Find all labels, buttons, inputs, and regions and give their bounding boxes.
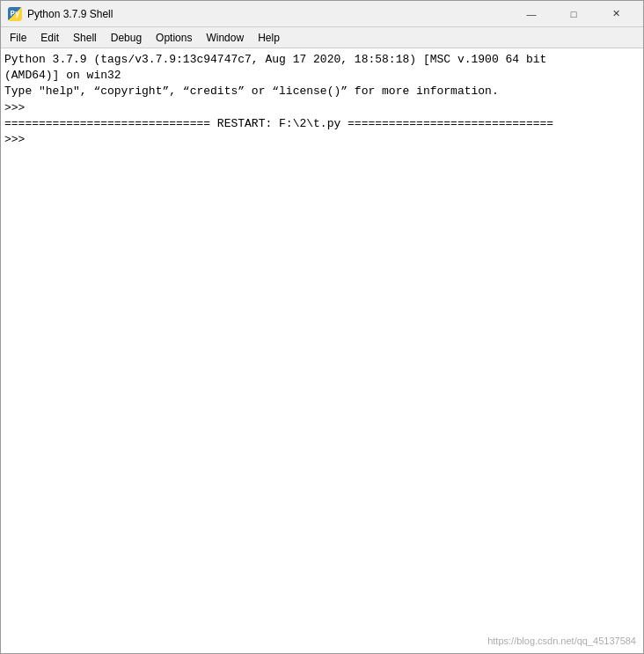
menu-debug[interactable]: Debug — [104, 27, 149, 48]
watermark: https://blog.csdn.net/qq_45137584 — [487, 636, 636, 646]
menu-shell[interactable]: Shell — [66, 27, 104, 48]
menu-help[interactable]: Help — [251, 27, 287, 48]
menu-bar: File Edit Shell Debug Options Window Hel… — [1, 27, 643, 48]
shell-content[interactable]: Python 3.7.9 (tags/v3.7.9:13c94747c7, Au… — [1, 48, 643, 653]
minimize-button[interactable]: — — [511, 1, 552, 27]
menu-edit[interactable]: Edit — [33, 27, 66, 48]
python-logo: Py — [8, 7, 22, 21]
prompt-line1: >>> — [4, 100, 640, 116]
window-title: Python 3.7.9 Shell — [27, 8, 511, 20]
menu-window[interactable]: Window — [199, 27, 251, 48]
app-icon: Py — [8, 7, 22, 21]
window-controls: — □ ✕ — [511, 1, 636, 27]
menu-options[interactable]: Options — [149, 27, 199, 48]
menu-file[interactable]: File — [3, 27, 33, 48]
python-version-line1: Python 3.7.9 (tags/v3.7.9:13c94747c7, Au… — [4, 52, 640, 68]
maximize-button[interactable]: □ — [553, 1, 594, 27]
restart-line: ============================== RESTART: … — [4, 116, 640, 132]
prompt-line2: >>> — [4, 132, 640, 148]
main-window: Py Python 3.7.9 Shell — □ ✕ File Edit Sh… — [0, 0, 644, 654]
python-version-line2: (AMD64)] on win32 — [4, 68, 640, 84]
python-help-line: Type "help", “copyright”, “credits” or “… — [4, 84, 640, 99]
close-button[interactable]: ✕ — [596, 1, 636, 27]
title-bar: Py Python 3.7.9 Shell — □ ✕ — [1, 1, 643, 27]
